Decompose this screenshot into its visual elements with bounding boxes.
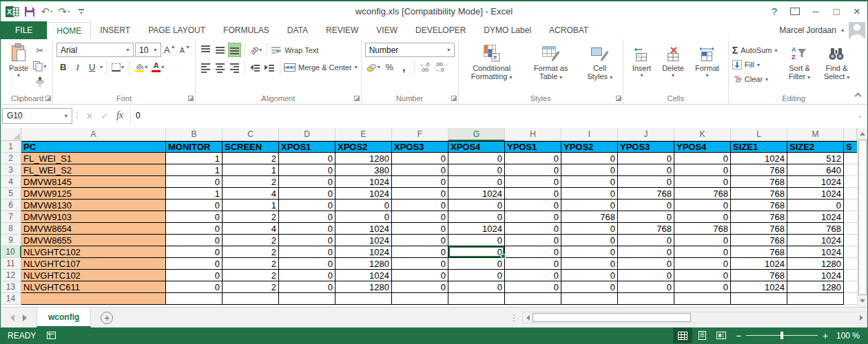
clear-button[interactable]: Clear▾ <box>732 72 778 86</box>
cell-H10[interactable]: 0 <box>505 246 561 258</box>
cell-B7[interactable]: 0 <box>166 211 223 223</box>
cell-K12[interactable]: 0 <box>674 270 731 281</box>
cell-I4[interactable]: 0 <box>561 176 618 188</box>
clipboard-dialog-launcher-icon[interactable] <box>45 96 51 101</box>
cell-M9[interactable]: 1024 <box>787 235 844 246</box>
font-color-button[interactable]: A▾ <box>150 60 165 74</box>
cell-A9[interactable]: DMVW8655 <box>21 235 166 246</box>
cell-I7[interactable]: 768 <box>561 211 618 223</box>
cell-D14[interactable] <box>279 293 335 305</box>
cell-B10[interactable]: 0 <box>166 246 223 258</box>
cell-I14[interactable] <box>561 293 618 305</box>
cell-D6[interactable]: 0 <box>279 200 335 211</box>
wrap-text-button[interactable]: Wrap Text <box>271 43 318 57</box>
cell-N10[interactable] <box>844 246 857 258</box>
cell-C11[interactable]: 2 <box>223 258 279 270</box>
underline-button[interactable]: U <box>85 60 99 74</box>
cell-I2[interactable]: 0 <box>561 153 618 164</box>
cell-N4[interactable] <box>844 176 857 188</box>
cell-L9[interactable]: 768 <box>731 235 787 246</box>
scroll-left-icon[interactable] <box>523 312 533 323</box>
cell-A13[interactable]: NLVGHTC611 <box>21 281 166 293</box>
cell-J7[interactable]: 0 <box>618 211 674 223</box>
sort-filter-button[interactable]: AZ Sort & Filter ▾ <box>777 41 818 82</box>
tab-review[interactable]: REVIEW <box>317 21 367 39</box>
paste-button[interactable]: Paste ▾ <box>6 41 32 78</box>
next-sheet-icon[interactable] <box>23 314 27 321</box>
column-header-I[interactable]: I <box>561 128 618 141</box>
cell-B8[interactable]: 0 <box>166 223 223 235</box>
page-layout-view-button[interactable] <box>692 327 712 343</box>
cell-J2[interactable]: 0 <box>618 153 674 164</box>
cell-H3[interactable]: 0 <box>505 164 561 176</box>
row-header-4[interactable]: 4 <box>1 176 21 188</box>
bold-button[interactable]: B <box>56 60 70 74</box>
cell-E14[interactable] <box>335 293 392 305</box>
increase-indent-button[interactable] <box>263 60 276 74</box>
decrease-indent-button[interactable] <box>249 60 262 74</box>
cell-K2[interactable]: 0 <box>674 153 731 164</box>
maximize-icon[interactable]: □ <box>826 1 847 21</box>
conditional-formatting-button[interactable]: ≠ Conditional Formatting ▾ <box>462 41 521 82</box>
row-header-12[interactable]: 12 <box>1 270 21 281</box>
column-header-L[interactable]: L <box>731 128 787 141</box>
cell-F11[interactable]: 0 <box>392 258 448 270</box>
cell-G5[interactable]: 1024 <box>448 188 505 200</box>
delete-cells-button[interactable]: Delete ▾ <box>657 41 690 78</box>
cell-F13[interactable]: 0 <box>392 281 448 293</box>
cell-E8[interactable]: 1024 <box>335 223 392 235</box>
scroll-right-icon[interactable] <box>856 312 866 323</box>
row-header-10[interactable]: 10 <box>1 246 21 258</box>
cell-A1[interactable]: PC <box>21 141 166 153</box>
insert-cells-button[interactable]: Insert ▾ <box>627 41 657 78</box>
cell-D7[interactable]: 0 <box>279 211 335 223</box>
cell-D5[interactable]: 0 <box>279 188 335 200</box>
cell-B14[interactable] <box>166 293 223 305</box>
cell-C10[interactable]: 2 <box>223 246 279 258</box>
cell-H1[interactable]: YPOS1 <box>505 141 561 153</box>
cut-button[interactable]: ✂ <box>32 43 48 58</box>
cancel-entry-icon[interactable]: ✕ <box>82 108 97 124</box>
cell-N2[interactable] <box>844 153 857 164</box>
zoom-slider[interactable] <box>746 327 818 343</box>
scroll-up-icon[interactable] <box>858 128 867 140</box>
cell-D2[interactable]: 0 <box>279 153 335 164</box>
cell-N13[interactable] <box>844 281 857 293</box>
column-header-partial[interactable] <box>844 128 857 141</box>
tab-dymo-label[interactable]: DYMO Label <box>475 21 540 39</box>
cell-G10[interactable]: 0 <box>448 246 505 258</box>
cell-B2[interactable]: 1 <box>166 153 223 164</box>
cell-D8[interactable]: 0 <box>279 223 335 235</box>
cell-J13[interactable]: 0 <box>618 281 674 293</box>
redo-icon[interactable]: ↷▾ <box>56 4 72 19</box>
cell-J3[interactable]: 0 <box>618 164 674 176</box>
cell-J5[interactable]: 768 <box>618 188 674 200</box>
row-header-7[interactable]: 7 <box>1 211 21 223</box>
cell-I1[interactable]: YPOS2 <box>561 141 618 153</box>
cell-F12[interactable]: 0 <box>392 270 448 281</box>
cell-D11[interactable]: 0 <box>279 258 335 270</box>
macro-record-icon[interactable] <box>47 332 56 339</box>
cell-G4[interactable]: 0 <box>448 176 505 188</box>
zoom-level[interactable]: 100 % <box>833 331 867 341</box>
cell-A4[interactable]: DMVW8145 <box>21 176 166 188</box>
cell-A7[interactable]: DMVW9103 <box>21 211 166 223</box>
row-header-6[interactable]: 6 <box>1 200 21 211</box>
cell-J14[interactable] <box>618 293 674 305</box>
cell-I8[interactable]: 0 <box>561 223 618 235</box>
cell-H12[interactable]: 0 <box>505 270 561 281</box>
top-align-button[interactable] <box>199 43 212 57</box>
row-header-13[interactable]: 13 <box>1 281 21 293</box>
cell-K9[interactable]: 0 <box>674 235 731 246</box>
cell-I6[interactable]: 0 <box>561 200 618 211</box>
styles-dialog-launcher-icon[interactable] <box>616 96 621 101</box>
cell-E12[interactable]: 1024 <box>335 270 392 281</box>
cell-K4[interactable]: 0 <box>674 176 731 188</box>
column-header-C[interactable]: C <box>223 128 279 141</box>
cell-M5[interactable]: 1024 <box>787 188 844 200</box>
cell-I3[interactable]: 0 <box>561 164 618 176</box>
column-header-G[interactable]: G <box>448 128 505 141</box>
cell-B13[interactable]: 0 <box>166 281 223 293</box>
cell-C6[interactable]: 1 <box>223 200 279 211</box>
cell-C9[interactable]: 2 <box>223 235 279 246</box>
